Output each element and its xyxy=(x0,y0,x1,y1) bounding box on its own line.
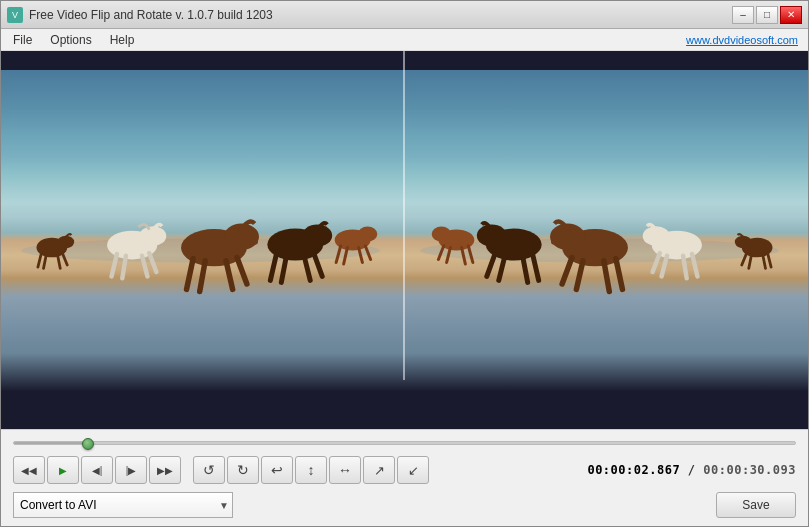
svg-point-52 xyxy=(562,229,628,266)
svg-line-20 xyxy=(187,259,194,290)
svg-point-1 xyxy=(21,239,380,263)
title-bar-left: V Free Video Flip and Rotate v. 1.0.7 bu… xyxy=(7,7,273,23)
svg-point-38 xyxy=(742,238,773,258)
svg-line-7 xyxy=(43,254,46,268)
svg-point-45 xyxy=(652,231,702,260)
svg-point-32 xyxy=(358,227,377,242)
svg-point-10 xyxy=(107,231,157,260)
convert-select[interactable]: Convert to AVI Convert to MP4 Convert to… xyxy=(13,492,233,518)
svg-line-50 xyxy=(662,256,667,277)
svg-point-31 xyxy=(335,230,371,251)
svg-line-37 xyxy=(365,246,370,259)
svg-rect-61 xyxy=(479,239,486,243)
svg-line-28 xyxy=(281,256,286,282)
dvd-link[interactable]: www.dvdvideosoft.com xyxy=(686,34,804,46)
time-total: 00:00:30.093 xyxy=(703,463,796,477)
maximize-button[interactable]: □ xyxy=(756,6,778,24)
video-content xyxy=(1,51,808,380)
svg-point-17 xyxy=(181,229,247,266)
action-row: Convert to AVI Convert to MP4 Convert to… xyxy=(9,490,800,520)
svg-rect-68 xyxy=(433,236,437,238)
svg-point-67 xyxy=(432,227,451,242)
seek-track[interactable] xyxy=(13,441,796,445)
svg-line-62 xyxy=(533,254,539,280)
app-window: V Free Video Flip and Rotate v. 1.0.7 bu… xyxy=(0,0,809,527)
svg-line-43 xyxy=(749,254,752,268)
svg-line-6 xyxy=(38,253,41,267)
rotate-ccw-button[interactable]: ↺ xyxy=(193,456,225,484)
svg-point-3 xyxy=(37,238,68,258)
svg-point-60 xyxy=(477,225,507,247)
rotate-cw-button[interactable]: ↻ xyxy=(227,456,259,484)
close-button[interactable]: ✕ xyxy=(780,6,802,24)
convert-wrapper: Convert to AVI Convert to MP4 Convert to… xyxy=(13,492,233,518)
svg-rect-54 xyxy=(551,240,560,244)
playback-controls: ◀◀ ▶ ◀| |▶ ▶▶ xyxy=(13,456,181,484)
svg-point-39 xyxy=(735,236,752,249)
svg-point-4 xyxy=(57,236,74,249)
step-forward-button[interactable]: |▶ xyxy=(115,456,147,484)
flip-diag2-button[interactable]: ↙ xyxy=(397,456,429,484)
time-display: 00:00:02.867 / 00:00:30.093 xyxy=(587,463,796,477)
controls-row: ◀◀ ▶ ◀| |▶ ▶▶ ↺ ↻ ↩ ↕ ↔ ↗ ↙ 00:00:02.867 xyxy=(9,456,800,484)
video-area xyxy=(1,51,808,429)
window-controls: – □ ✕ xyxy=(732,6,802,24)
svg-point-59 xyxy=(486,229,542,261)
menu-items: File Options Help xyxy=(5,31,142,49)
svg-line-35 xyxy=(344,248,348,264)
svg-point-53 xyxy=(550,224,585,250)
svg-rect-40 xyxy=(736,244,739,246)
svg-line-34 xyxy=(336,246,340,262)
svg-rect-33 xyxy=(371,236,375,238)
seek-thumb[interactable] xyxy=(82,438,94,450)
svg-line-27 xyxy=(270,254,276,280)
menu-file[interactable]: File xyxy=(5,31,40,49)
svg-point-25 xyxy=(302,225,332,247)
next-button[interactable]: ▶▶ xyxy=(149,456,181,484)
svg-point-66 xyxy=(438,230,474,251)
svg-rect-26 xyxy=(323,239,330,243)
svg-line-64 xyxy=(499,256,505,280)
svg-line-42 xyxy=(763,254,766,268)
seek-fill xyxy=(14,442,88,444)
svg-point-24 xyxy=(267,229,323,261)
svg-rect-47 xyxy=(645,239,651,243)
svg-line-30 xyxy=(314,254,322,276)
svg-rect-0 xyxy=(1,51,808,380)
app-icon: V xyxy=(7,7,23,23)
menu-options[interactable]: Options xyxy=(42,31,99,49)
minimize-button[interactable]: – xyxy=(732,6,754,24)
save-button[interactable]: Save xyxy=(716,492,796,518)
menu-help[interactable]: Help xyxy=(102,31,143,49)
transform-controls: ↺ ↻ ↩ ↕ ↔ ↗ ↙ xyxy=(193,456,429,484)
svg-line-13 xyxy=(112,254,117,276)
window-title: Free Video Flip and Rotate v. 1.0.7 buil… xyxy=(29,8,273,22)
svg-point-11 xyxy=(139,226,166,246)
svg-line-36 xyxy=(359,248,363,263)
svg-line-69 xyxy=(468,246,472,262)
svg-line-23 xyxy=(237,258,247,284)
rotate-90-button[interactable]: ↩ xyxy=(261,456,293,484)
svg-rect-12 xyxy=(158,239,164,243)
svg-line-16 xyxy=(149,253,156,272)
flip-diag1-button[interactable]: ↗ xyxy=(363,456,395,484)
prev-button[interactable]: ◀◀ xyxy=(13,456,45,484)
svg-line-9 xyxy=(62,253,67,265)
svg-line-22 xyxy=(226,261,233,290)
flip-horizontal-button[interactable]: ↔ xyxy=(329,456,361,484)
svg-line-70 xyxy=(462,248,466,264)
svg-line-55 xyxy=(616,259,623,290)
svg-rect-5 xyxy=(69,244,72,246)
flip-vertical-button[interactable]: ↕ xyxy=(295,456,327,484)
svg-line-71 xyxy=(447,248,451,263)
svg-point-46 xyxy=(643,226,670,246)
svg-point-18 xyxy=(224,224,259,250)
svg-line-51 xyxy=(653,253,660,272)
svg-line-21 xyxy=(200,261,205,292)
svg-line-8 xyxy=(57,254,60,268)
video-frame xyxy=(1,51,808,429)
svg-line-56 xyxy=(604,261,609,292)
time-separator: / xyxy=(688,463,703,477)
step-back-button[interactable]: ◀| xyxy=(81,456,113,484)
play-button[interactable]: ▶ xyxy=(47,456,79,484)
